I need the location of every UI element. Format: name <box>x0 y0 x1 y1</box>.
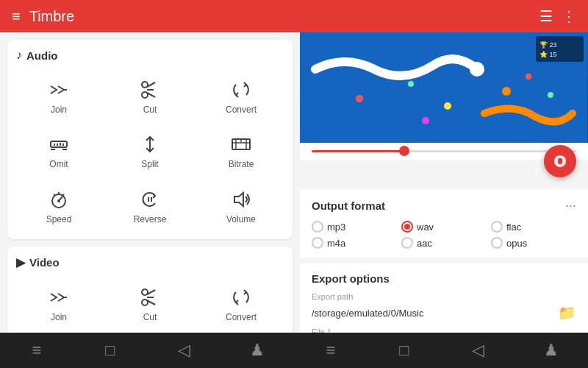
bottom-menu-icon[interactable]: ≡ <box>0 341 74 360</box>
file-label: File 1 <box>312 328 576 333</box>
game-background: 🏆 23 ⭐ 15 <box>300 32 588 143</box>
split-label: Split <box>141 159 158 169</box>
svg-point-56 <box>356 95 363 102</box>
m4a-radio[interactable] <box>312 237 323 249</box>
svg-line-22 <box>54 194 55 196</box>
svg-point-60 <box>502 87 511 96</box>
file-info: File 1 Record_2021-07-24-10-48-13_7522a3… <box>312 328 576 333</box>
wav-radio[interactable] <box>401 221 413 233</box>
bottom-profile2-icon[interactable]: ♟ <box>514 341 588 360</box>
volume-label: Volume <box>226 214 256 224</box>
video-join-label: Join <box>51 312 67 322</box>
video-cut-button[interactable]: Cut <box>107 280 193 328</box>
svg-point-57 <box>408 81 414 87</box>
output-format-title: Output format <box>312 199 385 212</box>
format-mp3[interactable]: mp3 <box>312 221 397 233</box>
video-convert-label: Convert <box>226 312 257 322</box>
speed-label: Speed <box>46 214 72 224</box>
audio-volume-button[interactable]: Volume <box>198 182 284 230</box>
convert-icon <box>230 78 252 102</box>
right-panel: 🏆 23 ⭐ 15 Output format <box>300 32 588 333</box>
svg-point-62 <box>422 117 429 124</box>
svg-point-30 <box>142 289 148 295</box>
seek-thumb[interactable] <box>399 146 409 156</box>
audio-reverse-button[interactable]: Reverse <box>107 182 193 230</box>
bottom-menu2-icon[interactable]: ≡ <box>294 341 368 360</box>
format-radio-grid: mp3 wav flac m4a aac <box>312 221 576 249</box>
main-content: ♪ Audio Join <box>0 32 588 333</box>
menu-icon[interactable]: ≡ <box>12 8 21 25</box>
reverse-icon <box>139 188 161 211</box>
mp3-label: mp3 <box>327 222 345 233</box>
export-options-title: Export options <box>312 272 576 285</box>
svg-point-1 <box>142 92 148 98</box>
video-section: ▶ Video Join <box>7 247 293 333</box>
top-bar: ≡ Timbre ☰ ⋮ <box>0 0 588 32</box>
bottom-home2-icon[interactable]: □ <box>368 341 441 360</box>
video-preview: 🏆 23 ⭐ 15 <box>300 32 588 143</box>
format-opus[interactable]: opus <box>491 237 576 249</box>
video-cut-icon <box>139 286 161 309</box>
opus-label: opus <box>506 238 527 249</box>
svg-point-61 <box>548 92 553 98</box>
audio-split-button[interactable]: Split <box>107 127 193 175</box>
join-label: Join <box>51 105 67 115</box>
audio-omit-button[interactable]: Omit <box>16 127 101 175</box>
output-format-section: Output format ··· mp3 wav flac <box>300 189 588 258</box>
flac-radio[interactable] <box>491 221 503 233</box>
svg-point-58 <box>444 102 451 110</box>
convert-label: Convert <box>226 105 257 115</box>
aac-label: aac <box>417 238 432 249</box>
audio-bitrate-button[interactable]: Bitrate <box>198 127 284 175</box>
speed-icon <box>48 188 70 211</box>
m4a-label: m4a <box>327 238 345 249</box>
output-more-icon[interactable]: ··· <box>565 198 576 213</box>
export-options-section: Export options Export path /storage/emul… <box>300 263 588 333</box>
video-cut-label: Cut <box>143 312 157 322</box>
cut-icon <box>139 78 161 102</box>
list-icon[interactable]: ☰ <box>539 7 553 25</box>
format-m4a[interactable]: m4a <box>312 237 397 249</box>
audio-grid: Join Cut <box>16 72 284 230</box>
audio-cut-button[interactable]: Cut <box>107 72 193 121</box>
bottom-back-icon[interactable]: ◁ <box>147 341 220 360</box>
aac-radio[interactable] <box>401 237 413 249</box>
record-btn-container <box>300 160 588 189</box>
omit-label: Omit <box>49 159 68 169</box>
svg-point-55 <box>470 62 484 77</box>
format-wav[interactable]: wav <box>401 221 487 233</box>
bottom-profile-icon[interactable]: ♟ <box>220 341 294 360</box>
video-convert-button[interactable]: Convert <box>198 280 284 328</box>
opus-radio[interactable] <box>491 237 503 249</box>
svg-rect-67 <box>558 158 562 164</box>
seek-bar-fill <box>312 150 404 152</box>
svg-rect-6 <box>51 141 67 147</box>
audio-convert-button[interactable]: Convert <box>198 72 284 121</box>
format-aac[interactable]: aac <box>401 237 487 249</box>
video-title-icon: ▶ <box>16 255 25 269</box>
mp3-radio[interactable] <box>312 221 323 233</box>
bottom-back2-icon[interactable]: ◁ <box>441 341 514 360</box>
omit-icon <box>48 132 70 156</box>
format-flac[interactable]: flac <box>491 221 576 233</box>
bottom-home-icon[interactable]: □ <box>74 341 147 360</box>
audio-join-button[interactable]: Join <box>16 72 101 121</box>
folder-icon[interactable]: 📁 <box>558 304 576 322</box>
export-path-label: Export path <box>312 292 576 301</box>
app-title: Timbre <box>29 8 531 25</box>
left-panel: ♪ Audio Join <box>0 32 300 333</box>
seek-bar-track[interactable] <box>312 150 576 152</box>
cut-label: Cut <box>143 105 157 115</box>
svg-point-21 <box>57 199 60 202</box>
more-icon[interactable]: ⋮ <box>562 7 576 25</box>
record-icon <box>552 153 568 169</box>
video-join-button[interactable]: Join <box>16 280 101 328</box>
video-join-icon <box>48 286 70 309</box>
export-path-value: /storage/emulated/0/Music <box>312 308 423 319</box>
bottom-nav: ≡ □ ◁ ♟ ≡ □ ◁ ♟ <box>0 333 588 368</box>
record-button[interactable] <box>544 145 576 177</box>
audio-speed-button[interactable]: Speed <box>16 182 101 230</box>
svg-marker-27 <box>234 193 243 206</box>
svg-text:🏆 23: 🏆 23 <box>539 40 557 49</box>
volume-icon <box>230 188 252 211</box>
